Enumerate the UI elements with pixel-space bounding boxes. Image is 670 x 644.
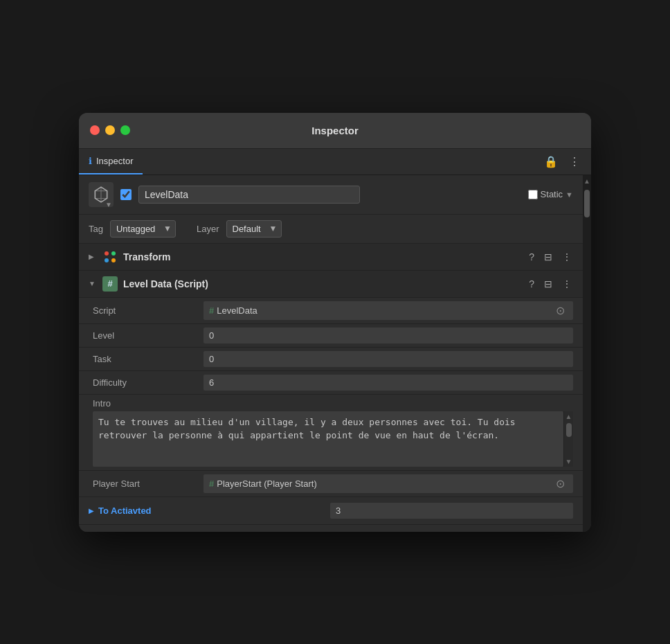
tag-label: Tag [89, 224, 103, 234]
transform-help-button[interactable]: ? [527, 250, 536, 264]
bottom-spacer [79, 525, 583, 532]
svg-point-1 [111, 251, 116, 256]
static-checkbox[interactable] [528, 190, 538, 199]
intro-label: Intro [93, 398, 573, 411]
scroll-thumb[interactable] [584, 190, 590, 217]
textarea-scroll-thumb[interactable] [566, 423, 572, 437]
maximize-button[interactable] [120, 125, 130, 135]
transform-actions: ? ⊟ ⋮ [527, 250, 573, 264]
script-hash-icon: # [209, 305, 214, 316]
svg-point-3 [111, 258, 116, 262]
level-data-toggle[interactable]: ▼ [89, 280, 97, 287]
inspector-window: Inspector ℹ Inspector 🔒 ⋮ ▲ [79, 113, 591, 532]
level-field-row: Level [79, 324, 583, 348]
tabbar: ℹ Inspector 🔒 ⋮ [79, 149, 591, 175]
tag-layer-row: Tag Untagged ▼ Layer Default ▼ [79, 215, 583, 244]
inspector-content: ▲ ▼ Static ▼ [79, 175, 591, 532]
static-text: Static [541, 189, 563, 199]
textarea-scroll-down[interactable]: ▼ [564, 456, 574, 467]
scrollable-content: ▼ Static ▼ Tag Untagged ▼ [79, 175, 583, 532]
textarea-scroll-up[interactable]: ▲ [564, 411, 574, 422]
minimize-button[interactable] [105, 125, 115, 135]
player-start-value: # PlayerStart (Player Start) ⊙ [203, 474, 573, 493]
gameobject-name-input[interactable] [138, 186, 360, 204]
intro-textarea-wrapper: Tu te trouves au milieu d'un village, il… [93, 411, 573, 467]
to-activated-row: ▶ To Actiavted [79, 497, 583, 525]
transform-sliders-button[interactable]: ⊟ [543, 250, 554, 264]
task-field-row: Task [79, 348, 583, 371]
scroll-up-arrow[interactable]: ▲ [583, 175, 590, 187]
player-start-label: Player Start [93, 478, 203, 489]
gameobject-checkbox[interactable] [120, 189, 132, 200]
expand-icon: ▼ [105, 201, 112, 208]
intro-section: Intro Tu te trouves au milieu d'un villa… [79, 395, 583, 471]
transform-toggle[interactable]: ▶ [89, 253, 97, 260]
difficulty-field-row: Difficulty [79, 371, 583, 395]
player-start-hash-icon: # [209, 478, 214, 489]
transform-more-button[interactable]: ⋮ [561, 250, 573, 264]
level-field-label: Level [93, 330, 203, 341]
gameobject-icon: ▼ [89, 182, 114, 207]
script-target-button[interactable]: ⊙ [553, 304, 568, 317]
info-icon: ℹ [89, 156, 92, 166]
difficulty-field-label: Difficulty [93, 377, 203, 388]
tag-select-wrapper: Untagged ▼ [110, 220, 176, 238]
level-data-component-row: ▼ # Level Data (Script) ? ⊟ ⋮ [79, 271, 583, 298]
svg-point-2 [105, 258, 109, 262]
player-start-row: Player Start # PlayerStart (Player Start… [79, 471, 583, 497]
tabbar-actions: 🔒 ⋮ [541, 149, 591, 175]
to-activated-input[interactable] [330, 503, 573, 519]
gameobject-header: ▼ Static ▼ [79, 175, 583, 215]
level-data-label: Level Data (Script) [123, 278, 522, 289]
to-activated-toggle[interactable]: ▶ [89, 507, 94, 515]
task-field-input[interactable] [203, 351, 573, 367]
more-options-button[interactable]: ⋮ [566, 152, 583, 171]
close-button[interactable] [90, 125, 100, 135]
script-field-label: Script [93, 305, 203, 316]
static-label-group: Static ▼ [528, 189, 573, 199]
inspector-tab[interactable]: ℹ Inspector [79, 149, 143, 175]
script-value-text: LevelData [217, 305, 257, 316]
layer-select-wrapper: Default ▼ [226, 220, 282, 238]
script-field-value: # LevelData ⊙ [203, 301, 573, 320]
level-field-input[interactable] [203, 328, 573, 343]
main-scrollbar: ▲ [583, 175, 591, 532]
titlebar: Inspector [79, 113, 591, 149]
transform-component-row: ▶ Transform ? ⊟ ⋮ [79, 244, 583, 271]
tab-label: Inspector [96, 156, 133, 166]
static-dropdown-arrow[interactable]: ▼ [565, 190, 573, 199]
script-help-button[interactable]: ? [527, 277, 536, 291]
level-data-actions: ? ⊟ ⋮ [527, 277, 573, 291]
difficulty-field-input[interactable] [203, 375, 573, 391]
traffic-lights [90, 125, 130, 135]
lock-icon-button[interactable]: 🔒 [541, 152, 561, 171]
tag-select[interactable]: Untagged [110, 220, 176, 238]
layer-select[interactable]: Default [226, 220, 282, 238]
transform-dots-icon [103, 250, 117, 264]
transform-label: Transform [123, 251, 522, 262]
task-field-label: Task [93, 354, 203, 364]
script-more-button[interactable]: ⋮ [561, 277, 573, 291]
player-start-target-button[interactable]: ⊙ [553, 477, 568, 490]
player-start-text: PlayerStart (Player Start) [217, 478, 317, 489]
svg-point-0 [105, 251, 109, 256]
script-sliders-button[interactable]: ⊟ [543, 277, 554, 291]
layer-label: Layer [197, 224, 219, 234]
transform-icon [102, 249, 118, 265]
script-field-row: Script # LevelData ⊙ [79, 298, 583, 324]
to-activated-label: To Actiavted [98, 506, 330, 516]
window-title: Inspector [311, 125, 359, 136]
hash-icon: # [107, 278, 112, 289]
textarea-scrollbar: ▲ ▼ [563, 411, 573, 467]
intro-textarea[interactable]: Tu te trouves au milieu d'un village, il… [93, 411, 563, 467]
script-icon: # [102, 276, 118, 292]
